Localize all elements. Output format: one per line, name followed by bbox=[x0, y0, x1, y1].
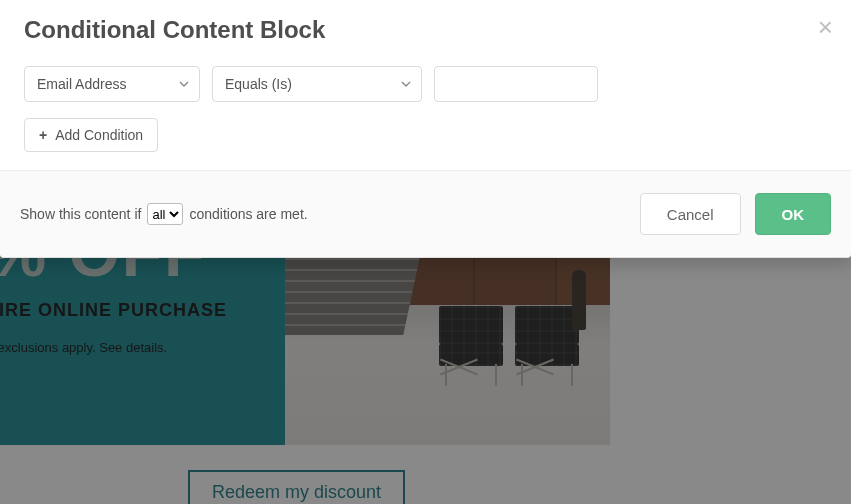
chevron-down-icon bbox=[401, 79, 411, 89]
close-button[interactable]: × bbox=[818, 14, 833, 40]
conditional-content-modal: Conditional Content Block × Email Addres… bbox=[0, 0, 851, 258]
match-mode-prefix: Show this content if bbox=[20, 206, 141, 222]
modal-header: Conditional Content Block × bbox=[0, 0, 851, 66]
add-condition-button[interactable]: + Add Condition bbox=[24, 118, 158, 152]
modal-footer: Show this content if all conditions are … bbox=[0, 170, 851, 257]
close-icon: × bbox=[818, 12, 833, 42]
modal-body: Email Address Equals (Is) + Add Conditio… bbox=[0, 66, 851, 170]
ok-button[interactable]: OK bbox=[755, 193, 832, 235]
match-mode-sentence: Show this content if all conditions are … bbox=[20, 203, 308, 225]
field-select-label: Email Address bbox=[37, 76, 126, 92]
match-mode-suffix: conditions are met. bbox=[189, 206, 307, 222]
footer-actions: Cancel OK bbox=[640, 193, 831, 235]
match-mode-select[interactable]: all bbox=[147, 203, 183, 225]
add-condition-label: Add Condition bbox=[55, 127, 143, 143]
cancel-button[interactable]: Cancel bbox=[640, 193, 741, 235]
modal-title: Conditional Content Block bbox=[24, 16, 827, 44]
operator-select-label: Equals (Is) bbox=[225, 76, 292, 92]
chevron-down-icon bbox=[179, 79, 189, 89]
field-select[interactable]: Email Address bbox=[24, 66, 200, 102]
plus-icon: + bbox=[39, 127, 47, 143]
condition-row: Email Address Equals (Is) bbox=[24, 66, 827, 102]
operator-select[interactable]: Equals (Is) bbox=[212, 66, 422, 102]
value-input[interactable] bbox=[434, 66, 598, 102]
